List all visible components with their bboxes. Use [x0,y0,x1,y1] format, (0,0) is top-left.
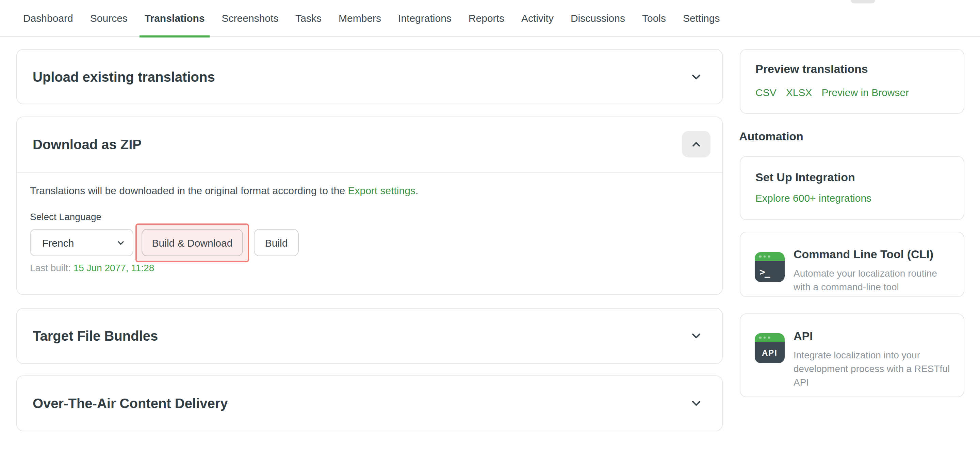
nav-tab-activity[interactable]: Activity [521,0,554,37]
panel-download-as-zip: Download as ZIP Translations will be dow… [16,117,723,295]
api-icon: API [755,333,785,363]
api-icon-glyph: API [755,348,785,357]
selected-language: French [42,237,74,248]
chevron-down-icon [691,331,702,341]
xlsx-link[interactable]: XLSX [786,86,812,98]
collapse-button[interactable] [682,131,711,157]
nav-tab-members[interactable]: Members [339,0,381,37]
panel-preview-translations: Preview translations CSV XLSX Preview in… [740,49,964,114]
terminal-icon: >_ [755,252,785,282]
preview-links: CSV XLSX Preview in Browser [756,86,909,98]
header-divider [17,173,722,173]
build-and-download-button[interactable]: Build & Download [142,229,243,256]
nav-tab-sources[interactable]: Sources [90,0,127,37]
project-nav: Dashboard Sources Translations Screensho… [0,0,980,37]
api-title: API [794,329,953,344]
panel-set-up-integration: Set Up Integration Explore 600+ integrat… [740,156,964,220]
accordion-header-bundles[interactable]: Target File Bundles [17,308,722,363]
api-description: Integrate localization into your develop… [794,348,953,389]
accordion-header-upload[interactable]: Upload existing translations [17,50,722,104]
csv-link[interactable]: CSV [756,86,776,98]
accordion-header-download: Download as ZIP [17,117,722,172]
nav-tab-screenshots[interactable]: Screenshots [222,0,279,37]
panel-api[interactable]: API API Integrate localization into your… [740,313,964,397]
chevron-down-icon [117,239,124,246]
last-built-label: Last built: [30,262,71,273]
explore-integrations-link[interactable]: Explore 600+ integrations [756,192,872,204]
terminal-prompt-glyph: >_ [755,266,770,277]
nav-tab-discussions[interactable]: Discussions [571,0,625,37]
page: Dashboard Sources Translations Screensho… [0,0,980,449]
panel-upload-existing-translations: Upload existing translations [16,49,723,104]
preview-translations-title: Preview translations [756,63,868,76]
nav-tab-translations[interactable]: Translations [145,0,205,37]
nav-tab-dashboard[interactable]: Dashboard [23,0,73,37]
nav-tab-tasks[interactable]: Tasks [295,0,321,37]
cli-description: Automate your localization routine with … [794,267,953,294]
language-select[interactable]: French [30,229,134,256]
cli-title: Command Line Tool (CLI) [794,247,953,262]
chevron-down-icon [691,72,702,82]
preview-in-browser-link[interactable]: Preview in Browser [821,86,909,98]
red-highlight-annotation: Build & Download [135,224,249,262]
panel-title: Upload existing translations [33,69,215,85]
panel-cli-tool[interactable]: >_ Command Line Tool (CLI) Automate your… [740,232,964,297]
export-settings-link[interactable]: Export settings [348,185,415,196]
accordion-header-ota[interactable]: Over-The-Air Content Delivery [17,376,722,431]
set-up-integration-title: Set Up Integration [756,171,855,185]
panel-target-file-bundles: Target File Bundles [16,308,723,364]
nav-tab-integrations[interactable]: Integrations [398,0,452,37]
last-built-status: Last built: 15 Jun 2077, 11:28 [30,262,154,273]
panel-ota-content-delivery: Over-The-Air Content Delivery [16,375,723,431]
description-text: Translations will be downloaded in the o… [30,185,348,196]
select-language-label: Select Language [30,211,102,222]
nav-tab-settings[interactable]: Settings [683,0,720,37]
chevron-down-icon [691,398,702,409]
chevron-up-icon [692,139,701,149]
nav-tab-tools[interactable]: Tools [642,0,666,37]
panel-title: Target File Bundles [33,328,158,344]
last-built-date: 15 Jun 2077, 11:28 [73,262,154,273]
nav-tab-reports[interactable]: Reports [469,0,504,37]
description-period: . [415,185,418,196]
panel-title: Over-The-Air Content Delivery [33,396,228,411]
automation-heading: Automation [739,130,803,144]
build-button[interactable]: Build [254,229,299,256]
panel-title: Download as ZIP [33,137,142,152]
download-description: Translations will be downloaded in the o… [30,185,418,196]
